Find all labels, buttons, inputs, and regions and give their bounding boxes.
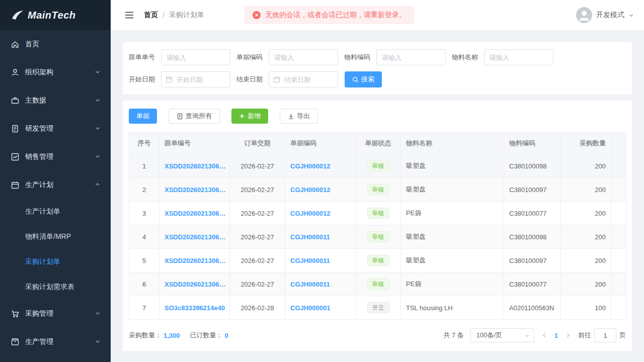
- purchase-qty: 200: [561, 273, 611, 296]
- doc-no-link[interactable]: CGJH000011: [290, 233, 330, 241]
- column-header-index: 序号: [129, 133, 159, 154]
- order-no-input[interactable]: [161, 49, 230, 65]
- doc-button-label: 单据: [136, 112, 149, 121]
- query-all-button[interactable]: 查询所有: [169, 109, 220, 124]
- document-icon: [177, 113, 183, 120]
- sidebar-subitem-label: 采购计划需求表: [25, 283, 74, 292]
- extra-cell: [611, 296, 626, 320]
- sidebar-subitem-label: 采购计划单: [25, 257, 60, 266]
- sidebar-item-label: 研发管理: [25, 124, 95, 133]
- row-index: 3: [129, 202, 159, 225]
- add-button[interactable]: 新增: [231, 109, 268, 124]
- add-button-label: 新增: [248, 112, 261, 121]
- material-name: PE袋: [401, 202, 504, 225]
- query-all-button-label: 查询所有: [186, 112, 212, 121]
- page-size-select[interactable]: 100条/页: [470, 328, 534, 342]
- sidebar-subitem-label: 生产计划单: [25, 207, 60, 216]
- session-error-alert: 无效的会话，或者会话已过期，请重新登录。: [245, 6, 414, 24]
- user-icon: [10, 68, 20, 77]
- page-number[interactable]: 1: [551, 332, 561, 339]
- cart-icon: [10, 309, 20, 318]
- doc-no-link[interactable]: CGJH000012: [290, 186, 331, 194]
- material-name: PE袋: [401, 273, 504, 296]
- sidebar-item-master-data[interactable]: 主数据: [0, 86, 111, 115]
- sidebar-item-production-plan[interactable]: 生产计划: [0, 171, 111, 199]
- material-name-input[interactable]: [484, 49, 553, 65]
- delivery-date: 2026-02-27: [230, 249, 285, 273]
- table-header-row: 序号 跟单编号 订单交期 单据编码 单据状态 物料名称 物料编码 采购数量: [129, 133, 626, 154]
- doc-no-link[interactable]: CGJH000011: [290, 257, 330, 264]
- doc-no-link[interactable]: CGJH000001: [290, 304, 331, 312]
- doc-button[interactable]: 单据: [129, 109, 157, 124]
- prev-page-button[interactable]: [540, 331, 548, 339]
- filter-label: 物料编码: [344, 53, 376, 62]
- material-name: TSL housing LH: [401, 296, 504, 320]
- purchase-qty: 200: [561, 225, 611, 249]
- table-row: 1 XSDD2026021306… 2026-02-27 CGJH000012 …: [129, 154, 626, 178]
- sidebar-subitem-purchase-plan-demand[interactable]: 采购计划需求表: [0, 275, 111, 300]
- sidebar-subitem-purchase-plan-order[interactable]: 采购计划单: [0, 249, 111, 275]
- doc-no-link[interactable]: CGJH000012: [290, 210, 331, 217]
- order-no-link[interactable]: XSDD2026021306…: [165, 186, 225, 194]
- box-icon: [10, 337, 20, 346]
- delivery-date: 2026-02-28: [230, 296, 285, 320]
- order-no-link[interactable]: SO3c833396214e40: [165, 304, 225, 312]
- material-code-input[interactable]: [376, 49, 446, 65]
- search-button-label: 搜索: [361, 75, 374, 84]
- search-button[interactable]: 搜索: [345, 71, 382, 87]
- delivery-date: 2026-02-27: [230, 178, 285, 202]
- sidebar-item-rnd-management[interactable]: 研发管理: [0, 115, 111, 143]
- delivery-date: 2026-02-27: [230, 225, 285, 249]
- column-header-order-no: 跟单编号: [159, 133, 230, 154]
- doc-no-link[interactable]: CGJH000012: [290, 162, 331, 170]
- calendar-icon: [10, 180, 20, 190]
- column-header-delivery: 订单交期: [230, 133, 285, 154]
- doc-no-link[interactable]: CGJH000011: [290, 281, 330, 288]
- sidebar-item-home[interactable]: 首页: [0, 30, 111, 58]
- status-badge: 审核: [367, 255, 389, 266]
- sidebar-subitem-production-plan-order[interactable]: 生产计划单: [0, 199, 111, 224]
- delivery-date: 2026-02-27: [230, 202, 285, 225]
- column-header-qty: 采购数量: [561, 133, 611, 154]
- doc-code-input[interactable]: [269, 49, 338, 65]
- end-date-input[interactable]: [269, 71, 338, 87]
- export-button-label: 导出: [297, 112, 310, 121]
- search-icon: [352, 76, 359, 83]
- filter-panel: 跟单单号 单据编码 物料编码 物料名称 开始日期: [123, 42, 632, 95]
- sidebar-item-production-management[interactable]: 生产管理: [0, 328, 111, 356]
- sidebar-subitem-bom-mrp[interactable]: 物料清单/MRP: [0, 224, 111, 249]
- sidebar-item-organization[interactable]: 组织架构: [0, 58, 111, 86]
- logo-swoosh-icon: [11, 10, 24, 21]
- order-no-link[interactable]: XSDD2026021306…: [165, 257, 225, 264]
- material-name: 吸塑盘: [401, 178, 504, 202]
- next-page-button[interactable]: [564, 331, 572, 339]
- sidebar-item-label: 销售管理: [25, 152, 95, 161]
- start-date-input[interactable]: [161, 71, 230, 87]
- user-menu[interactable]: 开发模式: [576, 7, 634, 23]
- sidebar-item-sales-management[interactable]: 销售管理: [0, 143, 111, 171]
- ordered-qty-total-label: 已订数量：: [190, 331, 223, 340]
- goto-page-input[interactable]: [594, 328, 616, 342]
- extra-cell: [611, 202, 626, 225]
- collapse-sidebar-icon[interactable]: [124, 10, 135, 21]
- plus-icon: [239, 113, 245, 119]
- purchase-qty-total-value: 1,300: [164, 332, 180, 339]
- order-no-link[interactable]: XSDD2026021306…: [165, 162, 225, 170]
- row-index: 5: [129, 249, 159, 273]
- sidebar-item-label: 采购管理: [25, 309, 95, 318]
- material-code: C380100077: [504, 273, 561, 296]
- error-icon: [253, 11, 261, 19]
- order-no-link[interactable]: XSDD2026021306…: [165, 281, 225, 288]
- order-no-link[interactable]: XSDD2026021306…: [165, 210, 225, 217]
- breadcrumb-home[interactable]: 首页: [144, 11, 158, 20]
- purchase-qty: 200: [561, 202, 611, 225]
- home-icon: [10, 40, 20, 49]
- order-no-link[interactable]: XSDD2026021306…: [165, 233, 225, 241]
- sidebar-subitem-label: 物料清单/MRP: [25, 232, 71, 241]
- sidebar-item-purchase-management[interactable]: 采购管理: [0, 300, 111, 328]
- logo: MainTech: [0, 0, 111, 30]
- export-button[interactable]: 导出: [280, 109, 318, 124]
- extra-cell: [611, 178, 626, 202]
- download-icon: [288, 113, 294, 120]
- row-index: 2: [129, 178, 159, 202]
